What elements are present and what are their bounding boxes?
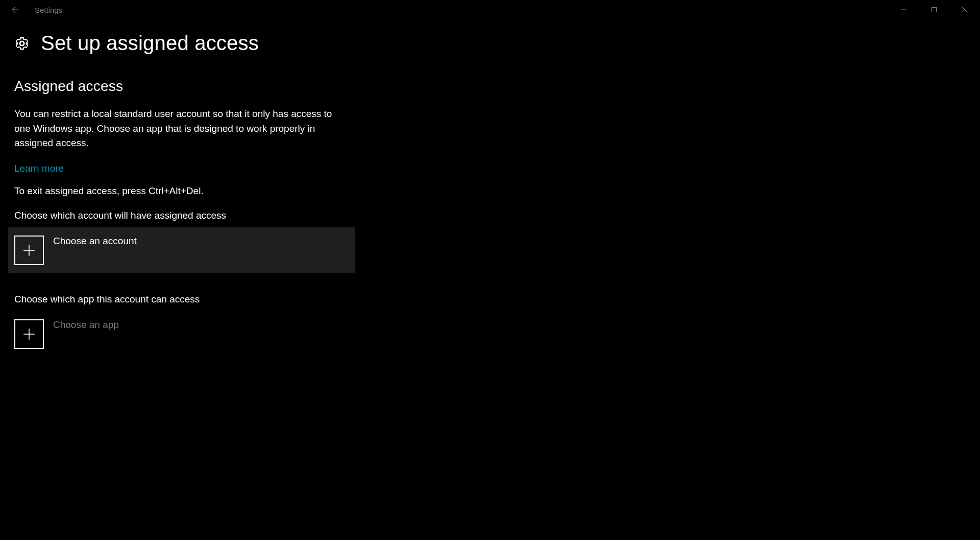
choose-app-prompt: Choose which app this account can access — [14, 294, 966, 305]
section-heading: Assigned access — [14, 78, 966, 95]
choose-account-prompt: Choose which account will have assigned … — [14, 210, 966, 221]
section-description: You can restrict a local standard user a… — [14, 107, 341, 151]
content-area: Set up assigned access Assigned access Y… — [0, 19, 980, 357]
plus-icon — [14, 319, 44, 349]
close-button[interactable] — [949, 0, 980, 19]
choose-app-label: Choose an app — [53, 319, 119, 331]
page-header: Set up assigned access — [14, 32, 966, 55]
minimize-button[interactable] — [888, 0, 919, 19]
choose-account-label: Choose an account — [53, 236, 137, 247]
exit-note: To exit assigned access, press Ctrl+Alt+… — [14, 185, 966, 197]
gear-icon — [14, 36, 30, 51]
maximize-button[interactable] — [919, 0, 949, 19]
plus-icon — [14, 236, 44, 265]
app-title: Settings — [35, 6, 62, 14]
svg-rect-1 — [932, 8, 937, 12]
choose-account-button[interactable]: Choose an account — [8, 227, 355, 273]
choose-app-button[interactable]: Choose an app — [8, 311, 355, 357]
title-bar: Settings — [0, 0, 980, 19]
back-button[interactable] — [10, 6, 18, 14]
learn-more-link[interactable]: Learn more — [14, 163, 64, 174]
window-controls — [888, 0, 980, 19]
page-title: Set up assigned access — [41, 32, 259, 55]
